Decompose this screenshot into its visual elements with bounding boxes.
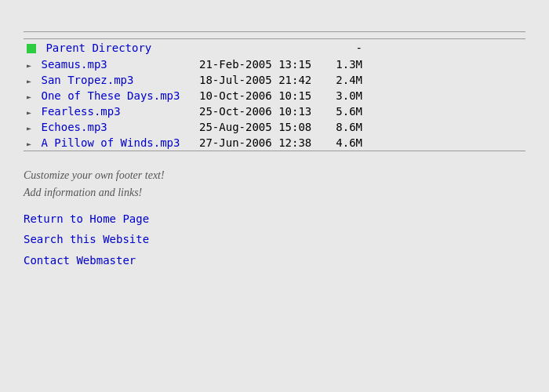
size-cell: 1.3M — [322, 56, 369, 72]
desc-cell — [369, 88, 525, 103]
size-cell: 5.6M — [322, 103, 369, 119]
footer-link[interactable]: Contact Webmaster — [24, 250, 525, 271]
col-header-name — [24, 32, 196, 39]
file-link[interactable]: Seamus.mp3 — [41, 58, 107, 71]
table-row: ► A Pillow of Winds.mp3 27-Jun-2006 12:3… — [24, 135, 525, 151]
file-name-cell[interactable]: ► Fearless.mp3 — [24, 103, 196, 119]
file-link[interactable]: Echoes.mp3 — [41, 121, 107, 133]
desc-cell — [369, 39, 525, 57]
size-cell: - — [322, 39, 369, 57]
modified-cell: 27-Jun-2006 12:38 — [196, 135, 322, 151]
modified-cell — [196, 39, 322, 57]
modified-cell: 21-Feb-2005 13:15 — [196, 56, 322, 72]
table-row: ► One of These Days.mp3 10-Oct-2006 10:1… — [24, 88, 525, 103]
table-row: ► San Tropez.mp3 18-Jul-2005 21:42 2.4M — [24, 72, 525, 88]
parent-dir-link[interactable]: Parent Directory — [45, 42, 151, 54]
col-header-modified — [196, 32, 322, 39]
desc-cell — [369, 135, 525, 151]
footer-link[interactable]: Return to Home Page — [24, 209, 525, 230]
desc-cell — [369, 103, 525, 119]
file-link[interactable]: A Pillow of Winds.mp3 — [41, 136, 180, 149]
table-row: ► Fearless.mp3 25-Oct-2006 10:13 5.6M — [24, 103, 525, 119]
footer-italic-line: Customize your own footer text! — [24, 167, 525, 184]
modified-cell: 25-Aug-2005 15:08 — [196, 119, 322, 135]
file-name-cell[interactable]: ► One of These Days.mp3 — [24, 88, 196, 103]
footer-italic-line: Add information and links! — [24, 184, 525, 201]
size-cell: 3.0M — [322, 88, 369, 103]
file-name-cell[interactable]: ► A Pillow of Winds.mp3 — [24, 135, 196, 151]
file-link[interactable]: Fearless.mp3 — [41, 105, 120, 118]
modified-cell: 10-Oct-2006 10:15 — [196, 88, 322, 103]
file-listing-table: Parent Directory - ► Seamus.mp3 21-Feb-2… — [24, 31, 525, 151]
col-header-size — [322, 32, 369, 39]
file-name-cell[interactable]: ► Seamus.mp3 — [24, 56, 196, 72]
size-cell: 8.6M — [322, 119, 369, 135]
footer-italic-text: Customize your own footer text!Add infor… — [24, 167, 525, 202]
footer-section: Customize your own footer text!Add infor… — [24, 167, 525, 271]
arrow-icon: ► — [27, 77, 31, 85]
parent-dir-cell[interactable]: Parent Directory — [24, 39, 196, 57]
desc-cell — [369, 119, 525, 135]
file-name-cell[interactable]: ► San Tropez.mp3 — [24, 72, 196, 88]
modified-cell: 18-Jul-2005 21:42 — [196, 72, 322, 88]
desc-cell — [369, 72, 525, 88]
green-square-icon — [27, 44, 36, 53]
arrow-icon: ► — [27, 124, 31, 132]
table-row: Parent Directory - — [24, 39, 525, 57]
desc-cell — [369, 56, 525, 72]
size-cell: 4.6M — [322, 135, 369, 151]
arrow-icon: ► — [27, 108, 31, 117]
col-header-description — [369, 32, 525, 39]
file-link[interactable]: San Tropez.mp3 — [41, 74, 133, 86]
file-name-cell[interactable]: ► Echoes.mp3 — [24, 119, 196, 135]
arrow-icon: ► — [27, 93, 31, 101]
footer-link[interactable]: Search this Website — [24, 229, 525, 250]
table-row: ► Seamus.mp3 21-Feb-2005 13:15 1.3M — [24, 56, 525, 72]
arrow-icon: ► — [27, 140, 31, 148]
footer-links[interactable]: Return to Home PageSearch this WebsiteCo… — [24, 209, 525, 271]
modified-cell: 25-Oct-2006 10:13 — [196, 103, 322, 119]
table-row: ► Echoes.mp3 25-Aug-2005 15:08 8.6M — [24, 119, 525, 135]
size-cell: 2.4M — [322, 72, 369, 88]
file-link[interactable]: One of These Days.mp3 — [41, 89, 180, 102]
arrow-icon: ► — [27, 61, 31, 70]
